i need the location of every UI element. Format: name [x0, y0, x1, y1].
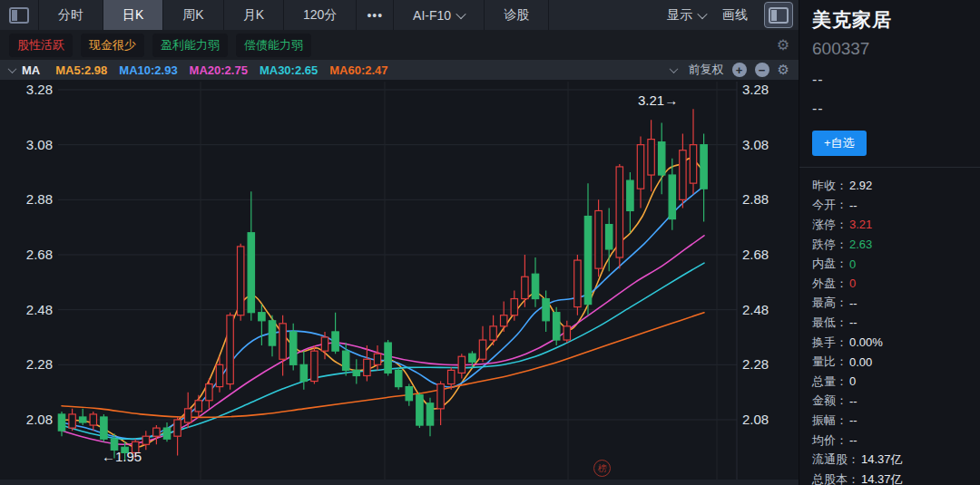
stat-label: 涨停：	[812, 217, 848, 233]
stat-label: 最高：	[812, 295, 848, 311]
stat-label: 内盘：	[812, 256, 848, 272]
zoom-in-button[interactable]: +	[732, 63, 747, 77]
chevron-down-icon[interactable]	[8, 64, 17, 73]
y-axis-label: 3.08	[0, 137, 53, 153]
ma-value-undefined: MA5:2.98	[55, 63, 107, 77]
y-axis-label: 3.28	[742, 82, 769, 98]
indicator-controls: 前复权 + − ⚙	[671, 62, 789, 78]
tagbar-gear-icon[interactable]: ⚙	[777, 36, 789, 53]
price-annotation: 3.21→	[638, 92, 678, 108]
ma-values: MA5:2.98MA10:2.93MA20:2.75MA30:2.65MA60:…	[44, 63, 387, 77]
stat-row: 最低：--	[812, 313, 973, 333]
y-axis-label: 2.28	[0, 356, 53, 373]
tab-zhouk[interactable]: 周K	[163, 0, 223, 30]
rank-seal-stamp: 榜	[593, 460, 611, 477]
stock-tag[interactable]: 股性活跃	[9, 34, 73, 57]
stat-value: --	[849, 413, 858, 427]
draw-label: 画线	[722, 7, 748, 24]
stat-value: 0.00	[849, 355, 872, 369]
stat-row: 振幅：--	[812, 411, 973, 431]
y-axis-label: 2.88	[742, 191, 769, 208]
zoom-out-button[interactable]: −	[755, 63, 769, 77]
ma-value-undefined: MA20:2.75	[190, 63, 248, 77]
stat-value: 0	[849, 276, 856, 290]
quote-sidebar: 美克家居 600337 -- -- +自选 昨收：2.92今开：--涨停：3.2…	[799, 0, 980, 485]
tab-rik[interactable]: 日K	[103, 0, 163, 30]
y-axis-label: 2.68	[0, 247, 53, 263]
price-change: --	[812, 101, 973, 117]
stat-label: 今开：	[812, 197, 848, 213]
add-watchlist-button[interactable]: +自选	[812, 131, 867, 156]
y-axis-label: 3.28	[0, 82, 53, 98]
stat-label: 外盘：	[812, 276, 848, 292]
tab-label: 诊股	[504, 7, 529, 24]
tab-zhengu[interactable]: 诊股	[485, 0, 549, 30]
stat-row: 涨停：3.21	[812, 215, 973, 235]
chevron-down-icon	[669, 64, 678, 73]
ma-value-undefined: MA10:2.93	[119, 63, 177, 77]
stat-row: 均价：--	[812, 431, 973, 451]
y-axis-label: 2.68	[742, 247, 769, 263]
chart-bottom-strip	[0, 480, 799, 485]
draw-line-button[interactable]: 画线	[722, 7, 748, 24]
tab-yuek[interactable]: 月K	[224, 0, 284, 30]
stat-row: 今开：--	[812, 196, 973, 216]
stat-value: 14.37亿	[861, 451, 903, 468]
tab-label: 120分	[303, 7, 337, 24]
stat-row: 流通股：14.37亿	[812, 450, 973, 470]
stat-value: 3.21	[849, 218, 872, 231]
ma-line-MA30	[62, 263, 704, 439]
indicator-name[interactable]: MA	[22, 63, 40, 77]
tab-more[interactable]: •••	[357, 0, 394, 30]
stat-label: 振幅：	[812, 412, 848, 429]
y-axis-label: 2.88	[0, 191, 53, 208]
ma-line-MA20	[62, 236, 704, 445]
stat-row: 内盘：0	[812, 254, 973, 274]
current-price: --	[812, 72, 973, 88]
stock-name: 美克家居	[812, 7, 973, 33]
adjust-mode-label: 前复权	[689, 62, 724, 78]
tab-label: •••	[367, 8, 383, 23]
stat-row: 总量：0	[812, 372, 973, 392]
stat-value: --	[849, 199, 858, 212]
y-axis-label: 2.08	[742, 412, 769, 428]
stat-label: 昨收：	[812, 178, 848, 194]
stat-row: 总股本：14.37亿	[812, 470, 973, 485]
display-menu[interactable]: 显示	[667, 7, 706, 24]
stat-value: 2.92	[849, 179, 872, 192]
ma-value-undefined: MA60:2.47	[329, 63, 387, 77]
stock-tag[interactable]: 盈利能力弱	[152, 34, 228, 57]
tab-label: AI-F10	[413, 8, 451, 23]
tab-fenshi[interactable]: 分时	[39, 0, 103, 30]
stat-label: 总股本：	[812, 471, 859, 485]
y-axis-label: 2.48	[0, 302, 53, 318]
panel-toggle-button[interactable]	[764, 2, 793, 28]
stat-label: 换手：	[812, 335, 848, 351]
panel-left-icon	[9, 7, 29, 24]
stat-label: 均价：	[812, 432, 848, 449]
stat-label: 跌停：	[812, 237, 848, 253]
indicator-row: MA MA5:2.98MA10:2.93MA20:2.75MA30:2.65MA…	[0, 60, 799, 80]
y-axis-label: 2.08	[0, 412, 53, 428]
stat-value: --	[849, 315, 858, 329]
tab-ai-f10[interactable]: AI-F10	[394, 0, 485, 30]
stat-value: 0	[849, 257, 856, 271]
tab-120min[interactable]: 120分	[284, 0, 357, 30]
stat-value: 0	[849, 374, 856, 388]
stock-tag[interactable]: 现金很少	[81, 34, 144, 57]
indicator-gear-icon[interactable]: ⚙	[778, 62, 789, 78]
display-label: 显示	[667, 7, 692, 24]
ma-value-undefined: MA30:2.65	[260, 63, 318, 77]
price-annotation: ←1.95	[102, 449, 142, 464]
collapse-sidebar-button[interactable]	[0, 0, 39, 30]
y-axis-label: 2.28	[742, 356, 769, 373]
stat-row: 跌停：2.63	[812, 235, 973, 255]
stat-row: 外盘：0	[812, 274, 973, 294]
stock-tag[interactable]: 偿债能力弱	[236, 34, 311, 57]
adjust-mode-dropdown[interactable]: 前复权	[671, 62, 724, 78]
period-tabs: 分时日K周K月K120分•••AI-F10诊股	[39, 0, 549, 30]
stat-value: --	[849, 433, 858, 447]
toolbar-right: 显示 画线	[667, 0, 799, 30]
candlestick-chart[interactable]: 3.21→←1.95榜 3.283.283.083.082.882.882.68…	[0, 80, 799, 485]
stat-label: 总量：	[812, 373, 848, 390]
